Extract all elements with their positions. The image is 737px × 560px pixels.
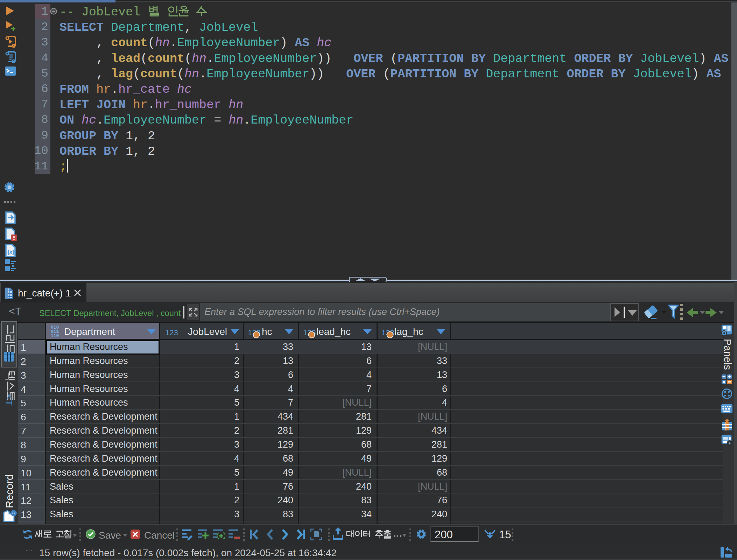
svg-text:{x}: {x} <box>7 249 14 255</box>
svg-text:110: 110 <box>51 333 59 337</box>
